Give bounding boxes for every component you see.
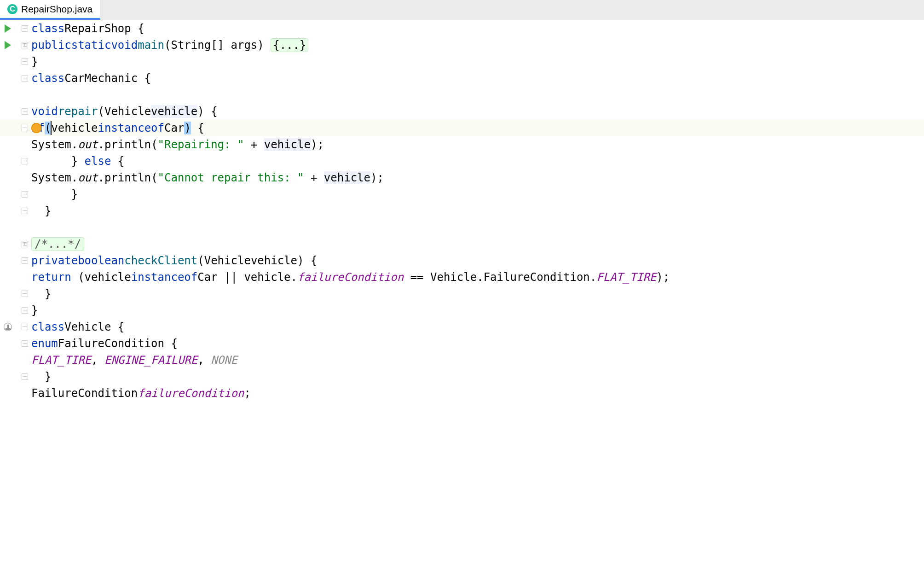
code-line[interactable]: enum FailureCondition { bbox=[31, 335, 924, 352]
fold-collapse-icon[interactable] bbox=[21, 75, 29, 82]
keyword-enum: enum bbox=[31, 337, 58, 350]
gutter-line[interactable] bbox=[0, 186, 31, 203]
keyword-void: void bbox=[111, 39, 138, 52]
code-line[interactable]: FailureCondition failureCondition; bbox=[31, 385, 924, 402]
class-file-icon: C bbox=[7, 4, 17, 14]
type-failurecondition: FailureCondition bbox=[484, 271, 590, 284]
code-line[interactable]: } bbox=[31, 53, 924, 70]
gutter-line[interactable] bbox=[0, 269, 31, 286]
gutter-line[interactable] bbox=[0, 53, 31, 70]
gutter-line[interactable] bbox=[0, 20, 31, 37]
gutter-line[interactable] bbox=[0, 87, 31, 103]
fold-expand-icon[interactable] bbox=[21, 41, 29, 49]
fold-expand-icon[interactable] bbox=[21, 240, 29, 248]
string-literal: "Repairing: " bbox=[158, 138, 244, 151]
code-line[interactable]: /*...*/ bbox=[31, 236, 924, 252]
gutter-line[interactable] bbox=[0, 136, 31, 153]
code-line[interactable] bbox=[31, 87, 924, 103]
keyword-return: return bbox=[31, 271, 71, 284]
code-line[interactable]: System.out.println("Repairing: " + vehic… bbox=[31, 136, 924, 153]
fold-collapse-icon[interactable] bbox=[21, 124, 29, 132]
code-line[interactable]: } bbox=[31, 368, 924, 385]
code-line[interactable]: } bbox=[31, 302, 924, 319]
param-vehicle: vehicle bbox=[151, 105, 197, 118]
fold-end-icon[interactable] bbox=[21, 307, 29, 314]
gutter-line[interactable] bbox=[0, 302, 31, 319]
folded-body[interactable]: {...} bbox=[271, 38, 308, 52]
enum-flat-tire: FLAT_TIRE bbox=[31, 354, 91, 367]
code-line[interactable]: void repair(Vehicle vehicle) { bbox=[31, 103, 924, 120]
intention-bulb-icon[interactable] bbox=[31, 123, 41, 133]
fold-collapse-icon[interactable] bbox=[21, 25, 29, 32]
gutter-line[interactable] bbox=[0, 169, 31, 186]
fold-end-icon[interactable] bbox=[21, 373, 29, 380]
run-icon[interactable] bbox=[5, 41, 11, 49]
code-line[interactable]: return (vehicle instanceof Car || vehicl… bbox=[31, 269, 924, 286]
gutter-line[interactable] bbox=[0, 252, 31, 269]
code-line[interactable]: } bbox=[31, 203, 924, 219]
class-name: RepairShop bbox=[64, 22, 131, 35]
code-line-active[interactable]: if (vehicle instanceof Car) { bbox=[31, 120, 924, 136]
ref-system: System bbox=[31, 138, 71, 151]
fold-mid-icon[interactable] bbox=[21, 157, 29, 165]
fold-collapse-icon[interactable] bbox=[21, 340, 29, 347]
editor: class RepairShop { public static void ma… bbox=[0, 20, 924, 571]
enum-engine-failure: ENGINE_FAILURE bbox=[104, 354, 197, 367]
gutter-line[interactable] bbox=[0, 37, 31, 53]
code-line[interactable]: class CarMechanic { bbox=[31, 70, 924, 87]
fold-end-icon[interactable] bbox=[21, 207, 29, 215]
param-vehicle: vehicle bbox=[251, 254, 297, 267]
code-line[interactable]: System.out.println("Cannot repair this: … bbox=[31, 169, 924, 186]
code-line[interactable]: } bbox=[31, 186, 924, 203]
type-car: Car bbox=[197, 271, 217, 284]
enum-none: NONE bbox=[211, 354, 237, 367]
code-line[interactable]: public static void main(String[] args) {… bbox=[31, 37, 924, 53]
code-line[interactable]: class RepairShop { bbox=[31, 20, 924, 37]
enum-name: FailureCondition bbox=[58, 337, 164, 350]
ref-vehicle: vehicle bbox=[51, 122, 98, 134]
fold-collapse-icon[interactable] bbox=[21, 108, 29, 115]
ref-out: out bbox=[78, 171, 98, 184]
keyword-boolean: boolean bbox=[78, 254, 124, 267]
code-line[interactable]: } else { bbox=[31, 153, 924, 169]
gutter-line[interactable] bbox=[0, 368, 31, 385]
ref-vehicle: vehicle bbox=[264, 138, 311, 151]
fold-end-icon[interactable] bbox=[21, 58, 29, 65]
gutter-line[interactable] bbox=[0, 319, 31, 335]
fold-end-icon[interactable] bbox=[21, 191, 29, 198]
tab-bar: C RepairShop.java bbox=[0, 0, 924, 20]
gutter-line[interactable] bbox=[0, 286, 31, 302]
ref-out: out bbox=[78, 138, 98, 151]
keyword-instanceof: instanceof bbox=[131, 271, 198, 284]
code-line[interactable] bbox=[31, 219, 924, 236]
gutter[interactable] bbox=[0, 20, 31, 571]
fold-collapse-icon[interactable] bbox=[21, 323, 29, 331]
code-line[interactable]: FLAT_TIRE, ENGINE_FAILURE, NONE bbox=[31, 352, 924, 368]
gutter-line[interactable] bbox=[0, 153, 31, 169]
field-failurecondition: failureCondition bbox=[138, 387, 244, 400]
tab-filename: RepairShop.java bbox=[21, 4, 92, 15]
gutter-line[interactable] bbox=[0, 103, 31, 120]
gutter-line[interactable] bbox=[0, 203, 31, 219]
fold-end-icon[interactable] bbox=[21, 290, 29, 297]
run-icon[interactable] bbox=[5, 24, 11, 33]
gutter-line[interactable] bbox=[0, 120, 31, 136]
ref-failurecondition-field: failureCondition bbox=[297, 271, 404, 284]
code-area[interactable]: class RepairShop { public static void ma… bbox=[31, 20, 924, 571]
code-line[interactable]: class Vehicle { bbox=[31, 319, 924, 335]
fold-collapse-icon[interactable] bbox=[21, 257, 29, 264]
keyword-void: void bbox=[31, 105, 58, 118]
gutter-line[interactable] bbox=[0, 236, 31, 252]
override-icon[interactable] bbox=[4, 323, 12, 331]
class-name: Vehicle bbox=[64, 320, 111, 333]
folded-comment[interactable]: /*...*/ bbox=[31, 237, 84, 251]
gutter-line[interactable] bbox=[0, 219, 31, 236]
editor-tab[interactable]: C RepairShop.java bbox=[0, 0, 100, 20]
gutter-line[interactable] bbox=[0, 335, 31, 352]
code-line[interactable]: } bbox=[31, 286, 924, 302]
gutter-line[interactable] bbox=[0, 70, 31, 87]
gutter-line[interactable] bbox=[0, 352, 31, 368]
code-line[interactable]: private boolean checkClient(Vehicle vehi… bbox=[31, 252, 924, 269]
gutter-line[interactable] bbox=[0, 385, 31, 402]
enum-flat-tire: FLAT_TIRE bbox=[596, 271, 656, 284]
